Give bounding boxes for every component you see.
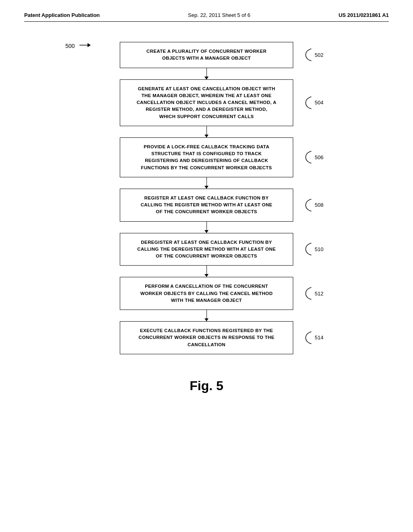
arrowhead (204, 186, 209, 189)
step-box-502: CREATE A PLURALITY OF CONCURRENT WORKER … (120, 42, 293, 68)
step-box-510: DEREGISTER AT LEAST ONE CALLBACK FUNCTIO… (120, 233, 293, 266)
bracket-icon-514 (304, 331, 313, 345)
header-date-sheet: Sep. 22, 2011 Sheet 5 of 6 (188, 12, 250, 18)
bracket-icon-506 (304, 150, 313, 164)
step-label-514: 514 (304, 331, 323, 345)
step-text-504: GENERATE AT LEAST ONE CANCELLATION OBJEC… (137, 86, 277, 119)
step-num-text-510: 510 (315, 246, 323, 252)
step-box-508: REGISTER AT LEAST ONE CALLBACK FUNCTION … (120, 189, 293, 222)
arrowhead (204, 230, 209, 233)
step-text-502: CREATE A PLURALITY OF CONCURRENT WORKER … (146, 49, 267, 60)
bracket-icon-504 (304, 96, 313, 110)
step-label-504: 504 (304, 96, 323, 110)
flow-step-512: PERFORM A CANCELLATION OF THE CONCURRENT… (65, 277, 348, 310)
page-header: Patent Application Publication Sep. 22, … (24, 12, 389, 22)
arrowhead (204, 135, 209, 137)
arrow-508-510 (206, 222, 207, 233)
flow-step-510: DEREGISTER AT LEAST ONE CALLBACK FUNCTIO… (65, 233, 348, 266)
step-num-text-504: 504 (315, 100, 323, 106)
arrow-502-504 (206, 68, 207, 79)
step-num-text-508: 508 (315, 202, 323, 208)
step-num-text-502: 502 (315, 52, 323, 58)
figure-caption: Fig. 5 (65, 378, 348, 393)
bracket-icon-508 (304, 198, 313, 212)
step-text-508: REGISTER AT LEAST ONE CALLBACK FUNCTION … (141, 195, 273, 214)
arrow-512-514 (206, 310, 207, 321)
arrow-510-512 (206, 266, 207, 277)
step-label-510: 510 (304, 242, 323, 256)
diagram-area: 500 CREATE A PLURALITY OF CONCURRENT WOR… (65, 42, 348, 393)
bracket-icon-502 (304, 48, 313, 62)
header-patent-number: US 2011/0231861 A1 (338, 12, 389, 18)
step-label-508: 508 (304, 198, 323, 212)
bracket-icon-512 (304, 287, 313, 300)
flowchart: CREATE A PLURALITY OF CONCURRENT WORKER … (65, 42, 348, 354)
step-box-514: EXECUTE CALLBACK FUNCTIONS REGISTERED BY… (120, 321, 293, 354)
step-label-506: 506 (304, 150, 323, 164)
flow-step-508: REGISTER AT LEAST ONE CALLBACK FUNCTION … (65, 189, 348, 222)
step-text-514: EXECUTE CALLBACK FUNCTIONS REGISTERED BY… (139, 328, 275, 347)
step-text-506: PROVIDE A LOCK-FREE CALLBACK TRACKING DA… (141, 144, 272, 170)
step-box-504: GENERATE AT LEAST ONE CANCELLATION OBJEC… (120, 79, 293, 126)
page: Patent Application Publication Sep. 22, … (0, 0, 413, 532)
step-num-text-512: 512 (315, 291, 323, 297)
flow-step-514: EXECUTE CALLBACK FUNCTIONS REGISTERED BY… (65, 321, 348, 354)
flow-step-506: PROVIDE A LOCK-FREE CALLBACK TRACKING DA… (65, 137, 348, 177)
step-text-512: PERFORM A CANCELLATION OF THE CONCURRENT… (140, 284, 273, 303)
header-publication-label: Patent Application Publication (24, 12, 100, 18)
step-label-502: 502 (304, 48, 323, 62)
step-box-506: PROVIDE A LOCK-FREE CALLBACK TRACKING DA… (120, 137, 293, 177)
arrow-506-508 (206, 177, 207, 189)
step-num-text-506: 506 (315, 154, 323, 160)
arrowhead (204, 77, 209, 79)
step-text-510: DEREGISTER AT LEAST ONE CALLBACK FUNCTIO… (137, 240, 275, 259)
step-num-text-514: 514 (315, 335, 323, 341)
step-label-512: 512 (304, 287, 323, 300)
arrowhead (204, 318, 209, 321)
bracket-icon-510 (304, 242, 313, 256)
flow-step-504: GENERATE AT LEAST ONE CANCELLATION OBJEC… (65, 79, 348, 126)
flow-step-502: CREATE A PLURALITY OF CONCURRENT WORKER … (65, 42, 348, 68)
arrow-504-506 (206, 126, 207, 137)
step-box-512: PERFORM A CANCELLATION OF THE CONCURRENT… (120, 277, 293, 310)
arrowhead (204, 274, 209, 277)
